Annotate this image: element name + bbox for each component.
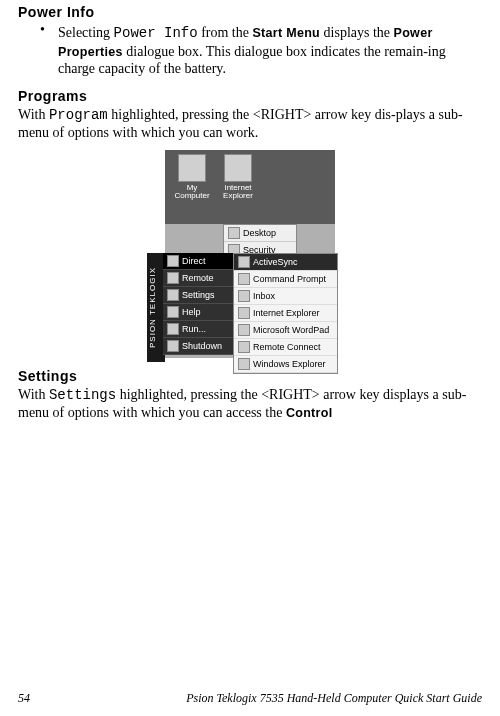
item-label: Remote Connect [253, 342, 321, 352]
item-label: Settings [182, 290, 215, 300]
bullet-item: • Selecting Power Info from the Start Me… [40, 22, 482, 84]
list-item: Inbox [234, 288, 337, 305]
item-label: Remote [182, 273, 214, 283]
screenshot-image: My Computer Internet Explorer Desktop Se… [165, 150, 335, 358]
bullet-text: Selecting Power Info from the Start Menu… [58, 24, 482, 78]
text: displays the [320, 25, 394, 40]
mono-text: Settings [49, 387, 116, 403]
item-label: ActiveSync [253, 257, 298, 267]
item-icon [238, 256, 250, 268]
ui-term: Start Menu [252, 26, 320, 40]
item-icon [167, 255, 179, 267]
heading-programs: Programs [18, 88, 482, 104]
item-icon [238, 273, 250, 285]
paragraph-settings: With Settings highlighted, pressing the … [18, 386, 482, 422]
page-number: 54 [18, 691, 30, 706]
item-icon [238, 341, 250, 353]
item-icon [167, 306, 179, 318]
text: With [18, 387, 49, 402]
bullet-marker: • [40, 22, 58, 84]
paragraph-programs: With Program highlighted, pressing the <… [18, 106, 482, 142]
cascade-menu: ActiveSync Command Prompt Inbox Internet… [233, 253, 338, 374]
list-item: Run... [163, 321, 233, 338]
desktop-icon-ie: Internet Explorer [219, 154, 257, 201]
icon-label: Internet Explorer [223, 183, 253, 200]
item-icon [238, 324, 250, 336]
list-item: Windows Explorer [234, 356, 337, 373]
item-icon [167, 289, 179, 301]
mono-text: Program [49, 107, 108, 123]
desktop-icon-my-computer: My Computer [173, 154, 211, 201]
item-label: Internet Explorer [253, 308, 320, 318]
list-item: Microsoft WordPad [234, 322, 337, 339]
item-label: Microsoft WordPad [253, 325, 329, 335]
start-menu: Direct Remote Settings Help Run... Shutd… [163, 253, 233, 355]
list-item: Remote [163, 270, 233, 287]
doc-title: Psion Teklogix 7535 Hand-Held Computer Q… [186, 691, 482, 706]
computer-icon [178, 154, 206, 182]
item-icon [167, 272, 179, 284]
page-footer: 54 Psion Teklogix 7535 Hand-Held Compute… [18, 691, 482, 706]
list-item: Help [163, 304, 233, 321]
list-item: Command Prompt [234, 271, 337, 288]
item-icon [238, 290, 250, 302]
heading-power-info: Power Info [18, 4, 482, 20]
item-label: Direct [182, 256, 206, 266]
mono-text: Power Info [114, 25, 198, 41]
icon-label: My Computer [174, 183, 209, 200]
text: Selecting [58, 25, 114, 40]
item-label: Help [182, 307, 201, 317]
list-item: Direct [163, 253, 233, 270]
item-label: Inbox [253, 291, 275, 301]
ie-icon [224, 154, 252, 182]
item-label: Desktop [243, 228, 276, 238]
list-item: ActiveSync [234, 254, 337, 271]
list-item: Shutdown [163, 338, 233, 355]
list-item: Remote Connect [234, 339, 337, 356]
item-label: Command Prompt [253, 274, 326, 284]
list-item: Settings [163, 287, 233, 304]
item-icon [238, 307, 250, 319]
item-icon [167, 323, 179, 335]
text: from the [198, 25, 253, 40]
item-label: Run... [182, 324, 206, 334]
item-label: Windows Explorer [253, 359, 326, 369]
list-item: Desktop [224, 225, 296, 242]
list-item: Internet Explorer [234, 305, 337, 322]
item-icon [238, 358, 250, 370]
folder-icon [228, 227, 240, 239]
ui-term: Control [286, 406, 333, 420]
item-icon [167, 340, 179, 352]
text: With [18, 107, 49, 122]
figure-screenshot: My Computer Internet Explorer Desktop Se… [18, 150, 482, 358]
item-label: Shutdown [182, 341, 222, 351]
